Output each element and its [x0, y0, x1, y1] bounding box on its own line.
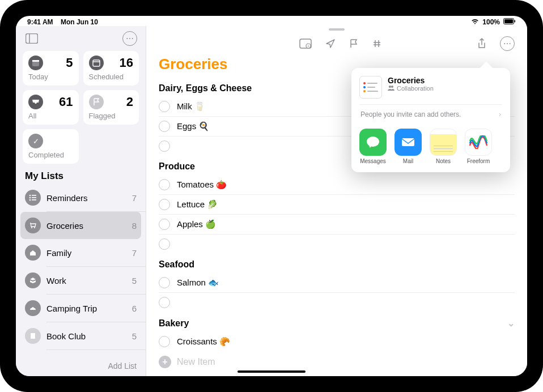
share-subtitle: Collaboration — [397, 85, 434, 92]
reminder-item[interactable]: Lettuce 🥬 — [159, 195, 515, 215]
list-name-label: Camping Trip — [46, 304, 126, 313]
svg-rect-2 — [515, 20, 516, 23]
reminder-checkbox[interactable] — [159, 219, 170, 230]
reminder-text[interactable]: Apples 🍏 — [177, 219, 216, 229]
reminder-text[interactable]: Eggs 🍳 — [177, 121, 209, 131]
more-button[interactable]: ⋯ — [122, 31, 138, 46]
reminder-checkbox[interactable] — [159, 238, 170, 250]
smart-list-completed[interactable]: ✓ Completed — [23, 129, 79, 164]
share-app-label: Notes — [436, 158, 451, 164]
smart-list-scheduled[interactable]: 16 Scheduled — [83, 51, 139, 86]
reminder-text[interactable]: Lettuce 🥬 — [177, 199, 218, 210]
sidebar-list-work[interactable]: Work 5 — [16, 267, 146, 294]
svg-point-23 — [391, 86, 393, 88]
list-name-label: Book Club — [46, 331, 126, 341]
home-indicator[interactable] — [237, 370, 306, 373]
messages-icon — [359, 129, 387, 156]
status-bar: 9:41 AM Mon Jun 10 100% — [16, 16, 527, 26]
sidebar-list-reminders[interactable]: Reminders 7 — [16, 184, 146, 211]
all-label: All — [28, 112, 73, 120]
share-app-notes[interactable]: Notes — [430, 129, 457, 164]
list-icon — [25, 245, 41, 261]
svg-rect-18 — [31, 333, 35, 339]
smart-list-today[interactable]: 5 Today — [23, 51, 79, 86]
share-invite-label: People you invite can add others. — [360, 110, 461, 118]
section-title[interactable]: Seafood — [159, 254, 515, 273]
flag-button[interactable] — [349, 36, 358, 51]
reminder-checkbox[interactable] — [159, 121, 170, 132]
reminder-item[interactable]: Salmon 🐟 — [159, 273, 515, 293]
reminder-checkbox[interactable] — [159, 140, 170, 152]
svg-point-24 — [367, 137, 379, 147]
flag-icon — [89, 95, 104, 109]
reminder-item[interactable]: Tomatoes 🍅 — [159, 175, 515, 195]
reminder-checkbox[interactable] — [159, 297, 170, 308]
share-invite-options[interactable]: People you invite can add others. › — [359, 104, 502, 124]
status-date: Mon Jun 10 — [61, 18, 98, 26]
chevron-right-icon: › — [499, 110, 501, 118]
list-count: 5 — [132, 331, 137, 341]
reminder-checkbox[interactable] — [159, 101, 170, 112]
reminder-text[interactable]: Tomatoes 🍅 — [177, 180, 227, 190]
share-app-mail[interactable]: Mail — [394, 129, 422, 164]
list-icon — [25, 272, 41, 288]
reminder-text[interactable]: Salmon 🐟 — [177, 278, 219, 288]
svg-point-22 — [389, 86, 391, 88]
reminder-checkbox[interactable] — [159, 179, 170, 190]
today-label: Today — [28, 73, 73, 81]
reminder-text[interactable]: Milk 🥛 — [177, 101, 205, 112]
reminder-item-empty[interactable] — [159, 293, 515, 312]
sidebar-toggle-button[interactable] — [24, 31, 40, 46]
plus-circle-icon: + — [159, 356, 171, 368]
template-button[interactable]: + — [299, 36, 312, 51]
list-name-label: Reminders — [46, 193, 126, 203]
wifi-icon — [471, 18, 479, 26]
share-title: Groceries — [388, 76, 434, 85]
flagged-label: Flagged — [89, 112, 134, 120]
share-button[interactable] — [477, 36, 486, 51]
sidebar-list-groceries[interactable]: Groceries 8 — [20, 212, 141, 239]
chevron-down-icon[interactable]: ⌄ — [507, 318, 515, 329]
all-count: 61 — [59, 95, 73, 109]
reminder-section: Bakery⌄ Croissants 🥐 — [146, 312, 527, 351]
tag-button[interactable] — [372, 36, 382, 51]
svg-text:+: + — [307, 44, 309, 48]
list-more-button[interactable]: ⋯ — [500, 36, 515, 51]
svg-rect-3 — [26, 34, 38, 44]
reminder-checkbox[interactable] — [159, 277, 170, 288]
svg-point-13 — [29, 199, 31, 201]
svg-point-9 — [29, 195, 31, 197]
sidebar-list-family[interactable]: Family 7 — [16, 239, 146, 266]
mail-icon — [394, 129, 422, 156]
svg-point-11 — [29, 197, 31, 199]
share-app-messages[interactable]: Messages — [359, 129, 387, 164]
list-name-label: Work — [46, 276, 126, 286]
reminder-item-empty[interactable] — [159, 235, 515, 254]
add-list-button[interactable]: Add List — [16, 356, 146, 376]
people-icon — [388, 85, 394, 92]
reminder-text[interactable]: Croissants 🥐 — [177, 336, 230, 347]
share-app-freeform[interactable]: Freeform — [465, 129, 492, 164]
new-item-button[interactable]: + New Item — [146, 351, 527, 373]
smart-list-all[interactable]: 61 All — [23, 90, 79, 125]
reminder-section: Seafood Salmon 🐟 — [146, 254, 527, 312]
smart-list-flagged[interactable]: 2 Flagged — [83, 90, 139, 125]
sidebar: ⋯ 5 Today — [16, 26, 146, 376]
section-title[interactable]: Bakery⌄ — [159, 312, 515, 332]
sidebar-list-book-club[interactable]: Book Club 5 — [16, 322, 146, 350]
new-item-label: New Item — [177, 357, 215, 367]
location-button[interactable] — [325, 36, 336, 51]
reminder-item[interactable]: Croissants 🥐 — [159, 332, 515, 351]
list-name-label: Groceries — [46, 221, 126, 231]
status-time: 9:41 AM — [27, 18, 53, 26]
list-count: 8 — [132, 221, 137, 231]
svg-point-16 — [34, 227, 35, 228]
reminder-checkbox[interactable] — [159, 199, 170, 210]
scheduled-label: Scheduled — [89, 73, 134, 81]
reminder-item[interactable]: Apples 🍏 — [159, 215, 515, 235]
svg-rect-17 — [32, 307, 33, 309]
list-icon — [25, 300, 41, 316]
sidebar-list-camping-trip[interactable]: Camping Trip 6 — [16, 295, 146, 322]
reminder-checkbox[interactable] — [159, 336, 170, 347]
list-icon — [25, 328, 41, 344]
